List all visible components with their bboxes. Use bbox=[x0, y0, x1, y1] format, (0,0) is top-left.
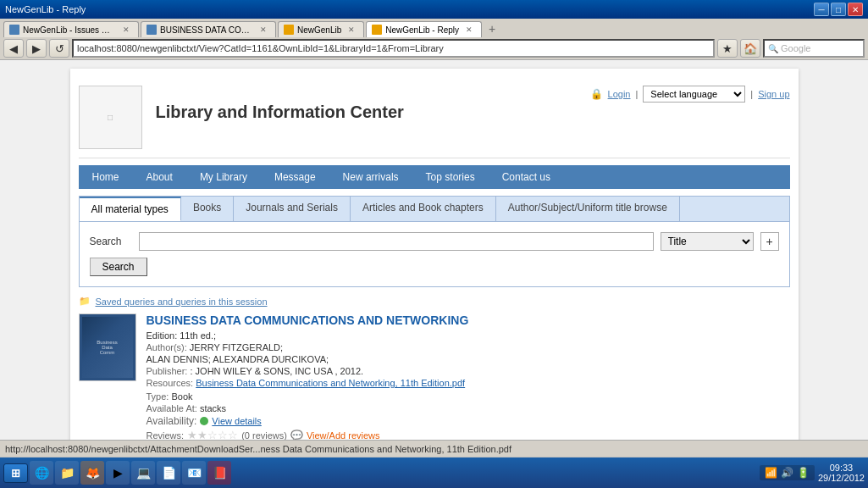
close-button[interactable]: ✕ bbox=[848, 3, 863, 16]
available-line: Available At: stacks bbox=[147, 403, 790, 413]
taskbar-folder-icon[interactable]: 📁 bbox=[55, 461, 79, 485]
tab4-label: NewGenLib - Reply bbox=[385, 25, 459, 35]
type-label: Type: bbox=[147, 391, 169, 402]
taskbar-acrobat-icon[interactable]: 📕 bbox=[207, 461, 231, 485]
tab3-favicon bbox=[284, 25, 294, 35]
edition-text: Edition: 11th ed.; bbox=[147, 330, 217, 341]
nav-top-stories[interactable]: Top stories bbox=[412, 165, 489, 189]
saved-queries-row[interactable]: 📁 Saved queries and queries in this sess… bbox=[79, 296, 790, 307]
view-details-link[interactable]: View details bbox=[212, 416, 262, 426]
result-title[interactable]: BUSINESS DATA COMMUNICATIONS AND NETWORK… bbox=[147, 313, 790, 327]
availability-row: Availability: View details bbox=[147, 415, 790, 427]
tab-journals[interactable]: Journals and Serials bbox=[234, 197, 351, 221]
status-bar: http://localhost:8080/newgenlibctxt/Atta… bbox=[0, 440, 868, 457]
authors-line1: Author(s): JERRY FITZGERALD; bbox=[147, 342, 790, 352]
add-field-button[interactable]: + bbox=[760, 232, 779, 251]
minimize-button[interactable]: ─ bbox=[814, 3, 829, 16]
taskbar-pc-icon[interactable]: 💻 bbox=[131, 461, 155, 485]
publisher-line: Publisher: : JOHN WILEY & SONS, INC USA … bbox=[147, 366, 790, 376]
result-details: BUSINESS DATA COMMUNICATIONS AND NETWORK… bbox=[147, 313, 790, 440]
browser-search-placeholder: Google bbox=[781, 43, 810, 53]
taskbar-media-icon[interactable]: ▶ bbox=[106, 461, 130, 485]
browser-tab-2[interactable]: BUSINESS DATA COMMUNICATIONS.... ✕ bbox=[141, 21, 276, 37]
clock-time: 09:33 bbox=[818, 463, 865, 473]
tab4-favicon bbox=[372, 25, 382, 35]
network-icon: 📶 bbox=[765, 467, 777, 479]
tab3-close-icon[interactable]: ✕ bbox=[348, 25, 355, 34]
browser-tab-1[interactable]: NewGenLib - Issues with NewGenLib ... ✕ bbox=[3, 21, 139, 37]
publisher-value: : JOHN WILEY & SONS, INC USA , 2012. bbox=[190, 366, 363, 376]
maximize-button[interactable]: □ bbox=[831, 3, 846, 16]
nav-contact-us[interactable]: Contact us bbox=[489, 165, 564, 189]
star-rating: ★★☆☆☆ bbox=[187, 429, 238, 440]
pipe-sep: | bbox=[750, 89, 753, 99]
tab2-close-icon[interactable]: ✕ bbox=[260, 25, 267, 34]
bookmark-button[interactable]: ★ bbox=[717, 39, 738, 58]
address-bar[interactable]: localhost:8080/newgenlibctxt/View?CatId=… bbox=[72, 39, 715, 58]
main-navigation: Home About My Library Message New arriva… bbox=[79, 165, 790, 189]
tab1-label: NewGenLib - Issues with NewGenLib ... bbox=[23, 25, 116, 35]
separator: | bbox=[635, 89, 638, 99]
google-search-icon: 🔍 bbox=[768, 44, 778, 53]
clock-display[interactable]: 09:33 29/12/2012 bbox=[818, 463, 865, 483]
new-tab-button[interactable]: + bbox=[484, 20, 500, 37]
resource-link[interactable]: Business Data Communications and Network… bbox=[196, 378, 465, 388]
nav-about[interactable]: About bbox=[133, 165, 186, 189]
system-tray: 📶 🔊 🔋 bbox=[760, 465, 815, 480]
login-link[interactable]: Login bbox=[608, 89, 631, 99]
edition-line: Edition: 11th ed.; bbox=[147, 330, 790, 341]
search-button[interactable]: Search bbox=[90, 258, 147, 276]
search-type-select[interactable]: Title Author Subject ISBN Publisher bbox=[661, 232, 754, 251]
windows-logo: ⊞ bbox=[11, 467, 20, 480]
chat-icon: 💬 bbox=[290, 430, 303, 441]
taskbar-docs-icon[interactable]: 📄 bbox=[157, 461, 180, 485]
view-add-reviews-link[interactable]: View/Add reviews bbox=[307, 430, 380, 441]
tab-books[interactable]: Books bbox=[181, 197, 234, 221]
book-cover-text: BusinessDataComm bbox=[97, 340, 117, 355]
reviews-label: Reviews: bbox=[147, 430, 185, 441]
site-logo: □ bbox=[79, 86, 142, 149]
reviews-count: (0 reviews) bbox=[241, 430, 287, 441]
taskbar-mail-icon[interactable]: 📧 bbox=[182, 461, 206, 485]
nav-home[interactable]: Home bbox=[79, 165, 133, 189]
book-cover: BusinessDataComm bbox=[79, 313, 136, 381]
home-button[interactable]: 🏠 bbox=[740, 39, 760, 58]
site-title: Library and Information Center bbox=[156, 86, 404, 122]
search-label: Search bbox=[90, 236, 132, 247]
tab1-close-icon[interactable]: ✕ bbox=[123, 25, 130, 34]
taskbar-ie-icon[interactable]: 🌐 bbox=[30, 461, 53, 485]
reviews-row: Reviews: ★★☆☆☆ (0 reviews) 💬 View/Add re… bbox=[147, 429, 790, 440]
browser-tab-4[interactable]: NewGenLib - Reply ✕ bbox=[366, 21, 482, 37]
browser-tab-3[interactable]: NewGenLib ✕ bbox=[278, 21, 364, 37]
publisher-label: Publisher: bbox=[147, 366, 188, 376]
book-cover-inner: BusinessDataComm bbox=[82, 317, 133, 378]
nav-mylibrary[interactable]: My Library bbox=[186, 165, 261, 189]
language-select[interactable]: Select language bbox=[643, 86, 745, 103]
available-location: stacks bbox=[200, 403, 226, 413]
browser-tabs-row: NewGenLib - Issues with NewGenLib ... ✕ … bbox=[0, 19, 868, 37]
signup-link[interactable]: Sign up bbox=[758, 89, 789, 99]
tab1-favicon bbox=[9, 25, 19, 35]
tab-all-materials[interactable]: All material types bbox=[80, 197, 181, 221]
tab-articles[interactable]: Articles and Book chapters bbox=[351, 197, 496, 221]
logo-placeholder: □ bbox=[108, 113, 113, 122]
saved-queries-label[interactable]: Saved queries and queries in this sessio… bbox=[96, 297, 268, 307]
tab4-close-icon[interactable]: ✕ bbox=[466, 25, 473, 34]
nav-new-arrivals[interactable]: New arrivals bbox=[329, 165, 412, 189]
tab2-label: BUSINESS DATA COMMUNICATIONS.... bbox=[160, 25, 253, 35]
tab-browse[interactable]: Author/Subject/Uniform title browse bbox=[496, 197, 680, 221]
lock-icon: 🔒 bbox=[590, 88, 603, 100]
start-button[interactable]: ⊞ bbox=[3, 463, 28, 483]
taskbar-browser-icon[interactable]: 🦊 bbox=[80, 461, 104, 485]
authors-value2: ALAN DENNIS; ALEXANDRA DURCIKOVA; bbox=[147, 354, 329, 364]
search-input[interactable] bbox=[139, 232, 654, 251]
back-button[interactable]: ◀ bbox=[3, 39, 24, 58]
nav-message[interactable]: Message bbox=[261, 165, 329, 189]
folder-icon: 📁 bbox=[79, 296, 91, 307]
browser-search-box[interactable]: 🔍 Google bbox=[763, 39, 865, 58]
search-area: Search Title Author Subject ISBN Publish… bbox=[79, 221, 790, 287]
reload-button[interactable]: ↺ bbox=[49, 39, 69, 58]
forward-button[interactable]: ▶ bbox=[26, 39, 47, 58]
result-item: BusinessDataComm BUSINESS DATA COMMUNICA… bbox=[79, 313, 790, 440]
type-line: Type: Book bbox=[147, 391, 790, 402]
